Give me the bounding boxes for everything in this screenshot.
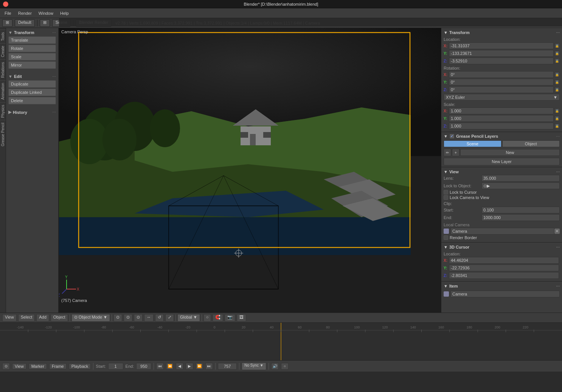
- camera-field-input[interactable]: Camera: [450, 228, 554, 235]
- lock-cursor-cb[interactable]: [444, 190, 448, 194]
- history-options[interactable]: ⋯: [52, 110, 56, 114]
- item-name-input[interactable]: Camera: [450, 291, 560, 297]
- loc-x-input[interactable]: -31.31037: [449, 42, 554, 49]
- tab-relations[interactable]: Relations: [0, 59, 6, 80]
- delete-btn[interactable]: Delete: [8, 97, 56, 104]
- view-options[interactable]: ⋯: [556, 170, 560, 174]
- history-header[interactable]: ▶ History ⋯: [8, 109, 56, 115]
- cursor-y-input[interactable]: -22.72936: [449, 264, 559, 271]
- play-forward-btn[interactable]: ▶: [186, 363, 193, 370]
- play-back-btn[interactable]: ◀: [176, 363, 183, 370]
- menu-help[interactable]: Help: [57, 10, 72, 16]
- scene-btn[interactable]: Scene: [52, 19, 71, 27]
- add-menu-btn[interactable]: Add: [36, 314, 49, 322]
- gp-edit-btn[interactable]: ✏: [444, 149, 451, 156]
- rot-z-lock[interactable]: 🔒: [554, 87, 560, 92]
- snap-btn3[interactable]: ⊙: [134, 314, 143, 322]
- rot-mode-select[interactable]: XYZ Euler ▼: [444, 94, 560, 101]
- cursor-z-input[interactable]: -2.80341: [449, 272, 559, 279]
- rot-y-lock[interactable]: 🔒: [554, 79, 560, 85]
- tab-animation[interactable]: Animation: [0, 80, 6, 102]
- workspace-btn[interactable]: Default: [15, 19, 35, 27]
- loc-y-input[interactable]: -133.23671: [449, 50, 554, 57]
- transform-header[interactable]: ▼ Transform ⋯: [8, 30, 56, 36]
- clip-end-input[interactable]: 1000.000: [481, 214, 560, 221]
- gp-checkbox[interactable]: ✓: [449, 134, 455, 139]
- edit-header[interactable]: ▼ Edit ⋯: [8, 73, 56, 79]
- cursor-options[interactable]: ⋯: [556, 245, 560, 249]
- snap-btn1[interactable]: ⊙: [113, 314, 122, 322]
- snap-icon-btn[interactable]: 🧲: [213, 314, 223, 322]
- tab-create[interactable]: Create: [0, 43, 6, 59]
- tab-physics[interactable]: Physics: [0, 102, 6, 120]
- lock-camera-cb[interactable]: [444, 195, 448, 200]
- no-sync-select[interactable]: No Sync ▼: [242, 362, 266, 370]
- rot-x-lock[interactable]: 🔒: [554, 72, 560, 77]
- translate-btn[interactable]: Translate: [8, 36, 56, 44]
- render-btn[interactable]: 🖼: [237, 314, 246, 322]
- scale-widget-btn[interactable]: ⤢: [165, 314, 174, 322]
- mode-select[interactable]: ⊙ Object Mode ▼: [71, 314, 110, 322]
- renderer-btn[interactable]: Blender Render: [76, 19, 112, 27]
- tab-grease-pencil[interactable]: Grease Pencil: [0, 120, 6, 149]
- lock-obj-input[interactable]: ⊙ ▶: [481, 182, 560, 189]
- marker-tab-btn[interactable]: Marker: [29, 363, 47, 369]
- scale-x-input[interactable]: 1.000: [449, 107, 554, 114]
- right-transform-header[interactable]: ▼ Transform ⋯: [444, 30, 560, 36]
- clip-start-input[interactable]: 0.100: [481, 207, 560, 213]
- cursor-x-input[interactable]: 44.46204: [449, 257, 559, 264]
- loc-y-lock[interactable]: 🔒: [554, 51, 560, 56]
- proportional-btn[interactable]: ○: [203, 314, 211, 322]
- duplicate-linked-btn[interactable]: Duplicate Linked: [8, 89, 56, 96]
- play-next-btn[interactable]: ⏩: [196, 363, 203, 370]
- play-start-btn[interactable]: ⏮: [156, 363, 164, 370]
- camera-clear-btn[interactable]: ✕: [554, 229, 560, 234]
- lens-input[interactable]: 35.000: [481, 175, 560, 182]
- playback-tab-btn[interactable]: Playback: [69, 363, 91, 369]
- mirror-btn[interactable]: Mirror: [8, 61, 56, 69]
- item-options[interactable]: ⋯: [556, 284, 560, 288]
- item-header[interactable]: ▼ Item ⋯: [444, 283, 560, 289]
- gp-new-btn[interactable]: New: [460, 149, 560, 156]
- rot-y-input[interactable]: 0°: [449, 79, 554, 86]
- scale-y-input[interactable]: 1.000: [449, 115, 554, 122]
- end-frame-input[interactable]: [136, 363, 151, 370]
- loc-x-lock[interactable]: 🔒: [554, 43, 560, 48]
- viewport[interactable]: X Y Z Camera Persp (757) Camera: [59, 28, 441, 313]
- snap-btn2[interactable]: ⊙: [124, 314, 132, 322]
- menu-file[interactable]: File: [2, 10, 14, 16]
- play-end-btn[interactable]: ⏭: [205, 363, 213, 370]
- frame-tab-btn[interactable]: Frame: [49, 363, 67, 369]
- tab-tools[interactable]: Tools: [0, 30, 6, 43]
- scale-x-lock[interactable]: 🔒: [554, 108, 560, 114]
- scale-btn[interactable]: Scale: [8, 53, 56, 61]
- rotate-widget-btn[interactable]: ↺: [155, 314, 164, 322]
- menu-window[interactable]: Window: [36, 10, 56, 16]
- rot-z-input[interactable]: 0°: [449, 86, 554, 93]
- render-border-cb[interactable]: [444, 235, 448, 240]
- view-tab-btn[interactable]: View: [12, 363, 26, 369]
- select-menu-btn[interactable]: Select: [18, 314, 35, 322]
- screen-btn[interactable]: ⊞: [40, 19, 50, 27]
- object-menu-btn[interactable]: Object: [51, 314, 68, 322]
- loc-z-input[interactable]: -3.52910: [449, 58, 554, 64]
- transform-btn[interactable]: ↔: [144, 314, 154, 322]
- loc-z-lock[interactable]: 🔒: [554, 58, 560, 64]
- gp-add-btn[interactable]: +: [452, 149, 460, 156]
- scale-z-lock[interactable]: 🔒: [554, 123, 560, 129]
- scale-y-lock[interactable]: 🔒: [554, 116, 560, 121]
- transform-options[interactable]: ⋯: [52, 31, 56, 35]
- cursor-header[interactable]: ▼ 3D Cursor ⋯: [444, 244, 560, 250]
- global-select[interactable]: Global ▼: [177, 314, 200, 322]
- gp-new-layer-btn[interactable]: New Layer: [444, 158, 560, 165]
- rot-x-input[interactable]: 0°: [449, 71, 554, 78]
- edit-options[interactable]: ⋯: [52, 75, 56, 79]
- playback-icon-btn[interactable]: ⊙: [2, 363, 10, 370]
- right-transform-options[interactable]: ⋯: [556, 31, 560, 35]
- view-menu-btn[interactable]: View: [2, 314, 17, 322]
- menu-render[interactable]: Render: [15, 10, 35, 16]
- onion-btn[interactable]: ○: [281, 363, 289, 370]
- view-header[interactable]: ▼ View ⋯: [444, 169, 560, 175]
- audio-btn[interactable]: 🔊: [271, 363, 279, 370]
- gp-tab-object[interactable]: Object: [502, 140, 560, 147]
